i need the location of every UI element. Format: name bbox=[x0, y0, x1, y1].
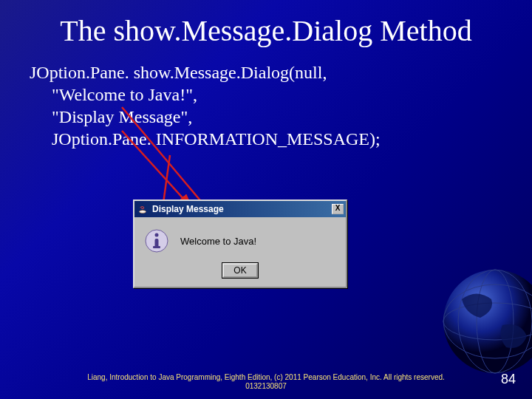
message-dialog: Display Message X Welcome to Java! OK bbox=[133, 200, 347, 288]
dialog-button-row: OK bbox=[134, 260, 346, 287]
dialog-body: Welcome to Java! bbox=[134, 217, 346, 260]
java-coffee-icon bbox=[137, 203, 149, 215]
dialog-title: Display Message bbox=[152, 204, 332, 214]
information-icon bbox=[143, 228, 170, 254]
code-line-4: JOption.Pane. INFORMATION_MESSAGE); bbox=[30, 128, 532, 150]
footer-text: Liang, Introduction to Java Programming,… bbox=[74, 373, 458, 391]
svg-point-3 bbox=[140, 211, 146, 214]
footer: Liang, Introduction to Java Programming,… bbox=[0, 373, 532, 392]
code-line-2: "Welcome to Java!", bbox=[30, 83, 532, 106]
dialog-titlebar: Display Message X bbox=[134, 201, 346, 217]
ok-button[interactable]: OK bbox=[222, 263, 258, 278]
svg-point-5 bbox=[155, 233, 159, 237]
code-block: JOption.Pane. show.Message.Dialog(null, … bbox=[0, 55, 532, 150]
code-line-3: "Display Message", bbox=[30, 106, 532, 128]
close-button[interactable]: X bbox=[332, 204, 344, 214]
page-number: 84 bbox=[501, 372, 516, 387]
slide-title: The show.Message.Dialog Method bbox=[0, 0, 532, 55]
dialog-message: Welcome to Java! bbox=[180, 236, 256, 247]
svg-rect-7 bbox=[153, 246, 160, 248]
code-line-1: JOption.Pane. show.Message.Dialog(null, bbox=[30, 61, 532, 83]
svg-point-8 bbox=[443, 270, 532, 373]
globe-graphic bbox=[440, 266, 532, 377]
